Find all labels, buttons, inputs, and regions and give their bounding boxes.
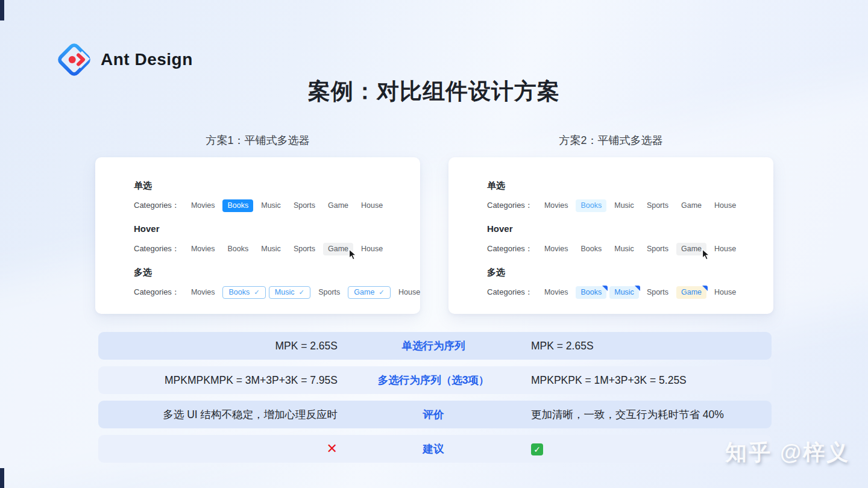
reject-icon: ✕ [327, 441, 338, 456]
check-icon: ✓ [379, 289, 385, 296]
slide-title: 案例：对比组件设计方案 [0, 77, 868, 107]
option-books[interactable]: Books [576, 243, 606, 255]
categories-row: Categories：MoviesBooksMusicSportsGameHou… [487, 242, 773, 256]
row-right-cell: MPK = 2.65S [529, 340, 772, 352]
panel-card-2: 单选Categories：MoviesBooksMusicSportsGameH… [448, 157, 773, 314]
option-music[interactable]: Music [609, 243, 639, 255]
accept-icon: ✓ [531, 443, 543, 455]
option-game[interactable]: Game [676, 199, 706, 212]
categories-label: Categories： [134, 287, 180, 298]
row-left-cell: ✕ [98, 442, 338, 456]
option-books[interactable]: Books [222, 243, 253, 255]
categories-label: Categories： [487, 200, 533, 211]
option-music[interactable]: Music [609, 286, 639, 299]
table-row: MPKMPKMPK = 3M+3P+3K = 7.95S多选行为序列（选3项）M… [98, 366, 772, 394]
row-right-cell: 更加清晰，一致，交互行为耗时节省 40% [529, 407, 772, 422]
ant-design-logo: Ant Design [58, 43, 193, 76]
option-house[interactable]: House [709, 286, 741, 299]
watermark: 知乎 @梓义 [725, 438, 850, 468]
frame-notch-bottom-left [0, 468, 4, 488]
row-center-cell: 评价 [338, 407, 529, 422]
categories-label: Categories： [134, 200, 180, 211]
option-music[interactable]: Music [256, 199, 286, 212]
option-movies[interactable]: Movies [186, 243, 220, 255]
check-icon: ✓ [254, 289, 260, 296]
ant-design-logo-icon [58, 43, 90, 76]
panel-card-1: 单选Categories：MoviesBooksMusicSportsGameH… [95, 157, 420, 314]
row-center-cell: 建议 [338, 442, 529, 456]
option-house[interactable]: House [394, 286, 425, 299]
row-right-cell: MPKPKPK = 1M+3P+3K = 5.25S [529, 374, 772, 387]
categories-label: Categories： [487, 243, 533, 254]
option-game[interactable]: Game [323, 199, 353, 212]
option-house[interactable]: House [356, 243, 388, 255]
categories-row: Categories：MoviesBooks✓Music✓SportsGame✓… [134, 285, 420, 299]
option-movies[interactable]: Movies [539, 243, 573, 255]
option-sports[interactable]: Sports [642, 243, 673, 255]
option-game[interactable]: Game [323, 243, 353, 255]
row-left-cell: MPKMPKMPK = 3M+3P+3K = 7.95S [98, 374, 338, 387]
categories-row: Categories：MoviesBooksMusicSportsGameHou… [134, 198, 420, 213]
option-movies[interactable]: Movies [539, 199, 573, 212]
option-sports[interactable]: Sports [289, 243, 320, 255]
check-icon: ✓ [299, 289, 305, 296]
option-game[interactable]: Game [676, 243, 706, 255]
categories-row: Categories：MoviesBooksMusicSportsGameHou… [487, 285, 773, 299]
categories-label: Categories： [134, 243, 180, 254]
option-movies[interactable]: Movies [186, 199, 220, 212]
panel-heading-2: 方案2：平铺式多选器 [448, 133, 773, 148]
section-title: 单选 [487, 180, 773, 191]
table-row: MPK = 2.65S单选行为序列MPK = 2.65S [98, 332, 772, 360]
comparison-table: MPK = 2.65S单选行为序列MPK = 2.65SMPKMPKMPK = … [98, 332, 772, 469]
row-left-cell: 多选 UI 结构不稳定，增加心理反应时 [98, 407, 338, 422]
section-title: Hover [134, 224, 420, 234]
table-row: 多选 UI 结构不稳定，增加心理反应时评价更加清晰，一致，交互行为耗时节省 40… [98, 401, 772, 428]
option-sports[interactable]: Sports [289, 199, 320, 212]
row-center-cell: 单选行为序列 [338, 339, 529, 353]
categories-row: Categories：MoviesBooksMusicSportsGameHou… [134, 242, 420, 256]
option-books[interactable]: Books✓ [222, 286, 265, 299]
section-title: 多选 [134, 267, 420, 278]
section-title: 多选 [487, 267, 773, 278]
option-books[interactable]: Books [222, 199, 253, 212]
option-house[interactable]: House [356, 199, 388, 212]
option-house[interactable]: House [709, 243, 741, 255]
option-books[interactable]: Books [576, 199, 606, 212]
categories-row: Categories：MoviesBooksMusicSportsGameHou… [487, 198, 773, 213]
option-sports[interactable]: Sports [642, 286, 673, 299]
option-movies[interactable]: Movies [186, 286, 220, 299]
option-music[interactable]: Music✓ [269, 286, 310, 299]
option-game[interactable]: Game✓ [348, 286, 391, 299]
option-sports[interactable]: Sports [642, 199, 673, 212]
frame-notch-top-left [0, 0, 4, 20]
option-house[interactable]: House [709, 199, 741, 212]
option-movies[interactable]: Movies [539, 286, 573, 299]
option-game[interactable]: Game [676, 286, 706, 299]
categories-label: Categories： [487, 287, 533, 298]
row-center-cell: 多选行为序列（选3项） [338, 373, 529, 387]
table-row: ✕建议✓ [98, 435, 772, 463]
logo-text: Ant Design [101, 50, 193, 69]
option-music[interactable]: Music [256, 243, 286, 255]
option-music[interactable]: Music [609, 199, 639, 212]
panel-heading-1: 方案1：平铺式多选器 [95, 133, 420, 148]
section-title: Hover [487, 224, 773, 234]
row-left-cell: MPK = 2.65S [98, 340, 338, 352]
option-books[interactable]: Books [576, 286, 606, 299]
option-sports[interactable]: Sports [313, 286, 345, 299]
section-title: 单选 [134, 180, 420, 191]
